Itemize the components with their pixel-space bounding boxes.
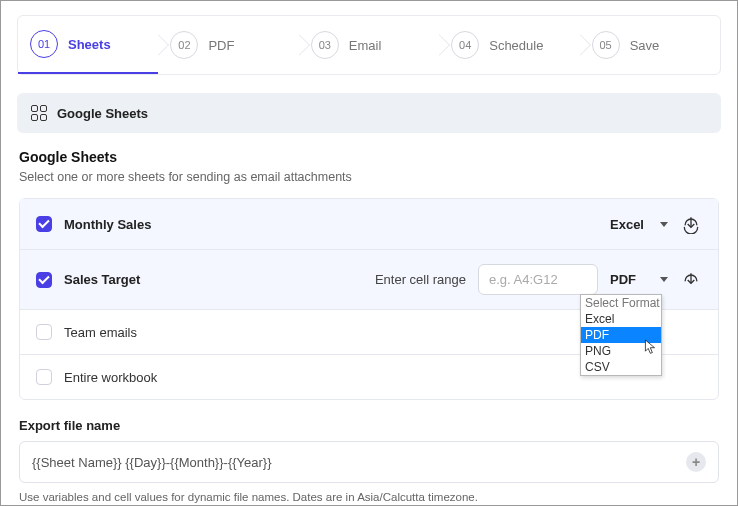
- section-title: Google Sheets: [57, 106, 148, 121]
- checkbox[interactable]: [36, 324, 52, 340]
- format-value: PDF: [610, 272, 636, 287]
- download-icon[interactable]: [680, 269, 702, 291]
- step-schedule[interactable]: 04 Schedule: [439, 16, 579, 74]
- format-dropdown[interactable]: Select Format Excel PDF PNG CSV: [580, 294, 662, 376]
- step-badge: 01: [30, 30, 58, 58]
- format-select[interactable]: Excel: [610, 217, 668, 232]
- step-label: PDF: [208, 38, 234, 53]
- step-badge: 05: [592, 31, 620, 59]
- dropdown-option-excel[interactable]: Excel: [581, 311, 661, 327]
- sheet-row-monthly-sales[interactable]: Monthly Sales Excel: [20, 199, 718, 250]
- cell-range-label: Enter cell range: [375, 272, 466, 287]
- step-badge: 02: [170, 31, 198, 59]
- step-badge: 04: [451, 31, 479, 59]
- format-value: Excel: [610, 217, 644, 232]
- cell-range-input[interactable]: [478, 264, 598, 295]
- add-variable-button[interactable]: +: [686, 452, 706, 472]
- sheet-name: Monthly Sales: [64, 217, 151, 232]
- content-block: Google Sheets Select one or more sheets …: [17, 149, 721, 503]
- step-label: Sheets: [68, 37, 111, 52]
- checkbox[interactable]: [36, 272, 52, 288]
- format-select[interactable]: PDF: [610, 272, 668, 287]
- section-header: Google Sheets: [17, 93, 721, 133]
- wizard-stepper: 01 Sheets 02 PDF 03 Email 04 Schedule 05…: [17, 15, 721, 75]
- checkbox[interactable]: [36, 369, 52, 385]
- step-sheets[interactable]: 01 Sheets: [18, 16, 158, 74]
- export-label: Export file name: [19, 418, 719, 433]
- scroll-area[interactable]: 01 Sheets 02 PDF 03 Email 04 Schedule 05…: [1, 1, 737, 505]
- step-label: Save: [630, 38, 660, 53]
- step-badge: 03: [311, 31, 339, 59]
- dropdown-option-png[interactable]: PNG: [581, 343, 661, 359]
- chevron-down-icon: [660, 277, 668, 282]
- export-input-wrap: +: [19, 441, 719, 483]
- download-icon[interactable]: [680, 213, 702, 235]
- sheet-row-sales-target[interactable]: Sales Target Enter cell range PDF: [20, 250, 718, 310]
- step-email[interactable]: 03 Email: [299, 16, 439, 74]
- dropdown-placeholder: Select Format: [581, 295, 661, 311]
- app-frame: 01 Sheets 02 PDF 03 Email 04 Schedule 05…: [0, 0, 738, 506]
- export-block: Export file name + Use variables and cel…: [19, 418, 719, 503]
- sheet-name: Team emails: [64, 325, 137, 340]
- dropdown-option-pdf[interactable]: PDF: [581, 327, 661, 343]
- export-helper-text: Use variables and cell values for dynami…: [19, 491, 719, 503]
- dropdown-option-csv[interactable]: CSV: [581, 359, 661, 375]
- step-save[interactable]: 05 Save: [580, 16, 720, 74]
- step-label: Email: [349, 38, 382, 53]
- export-filename-input[interactable]: [32, 455, 678, 470]
- checkbox[interactable]: [36, 216, 52, 232]
- sheet-name: Entire workbook: [64, 370, 157, 385]
- block-title: Google Sheets: [19, 149, 719, 165]
- chevron-down-icon: [660, 222, 668, 227]
- step-label: Schedule: [489, 38, 543, 53]
- block-subtitle: Select one or more sheets for sending as…: [19, 170, 719, 184]
- sheet-name: Sales Target: [64, 272, 140, 287]
- step-pdf[interactable]: 02 PDF: [158, 16, 298, 74]
- grid-icon: [31, 105, 47, 121]
- sheet-list: Monthly Sales Excel: [19, 198, 719, 400]
